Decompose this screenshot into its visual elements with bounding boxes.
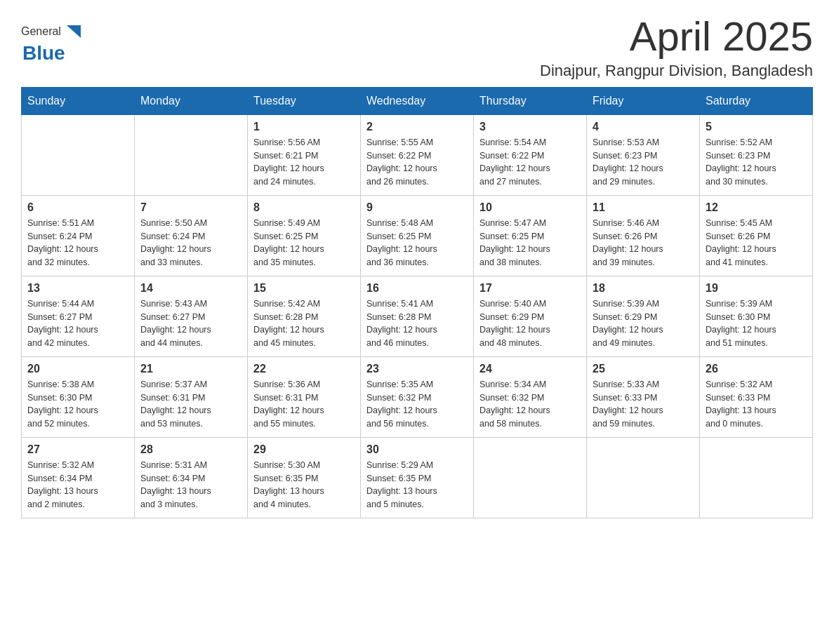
- header-friday: Friday: [587, 87, 700, 114]
- day-number: 29: [253, 443, 355, 456]
- day-info: Sunrise: 5:48 AMSunset: 6:25 PMDaylight:…: [366, 217, 468, 269]
- day-number: 7: [140, 201, 241, 214]
- calendar-cell: 21Sunrise: 5:37 AMSunset: 6:31 PMDayligh…: [135, 356, 248, 437]
- day-number: 18: [593, 282, 694, 295]
- header-sunday: Sunday: [22, 87, 135, 114]
- day-number: 12: [706, 201, 807, 214]
- calendar-cell: 24Sunrise: 5:34 AMSunset: 6:32 PMDayligh…: [474, 356, 587, 437]
- calendar-cell: 3Sunrise: 5:54 AMSunset: 6:22 PMDaylight…: [474, 114, 587, 195]
- day-number: 24: [479, 363, 581, 375]
- calendar-cell: 18Sunrise: 5:39 AMSunset: 6:29 PMDayligh…: [587, 276, 700, 356]
- calendar-cell: 2Sunrise: 5:55 AMSunset: 6:22 PMDaylight…: [361, 114, 474, 195]
- calendar-cell: [587, 437, 700, 518]
- day-number: 15: [253, 282, 355, 295]
- day-info: Sunrise: 5:33 AMSunset: 6:33 PMDaylight:…: [593, 378, 694, 431]
- day-info: Sunrise: 5:47 AMSunset: 6:25 PMDaylight:…: [479, 217, 581, 269]
- month-title: April 2025: [540, 14, 813, 59]
- logo-triangle-icon: [64, 22, 84, 42]
- day-info: Sunrise: 5:55 AMSunset: 6:22 PMDaylight:…: [366, 136, 468, 189]
- day-number: 26: [706, 363, 807, 375]
- calendar-cell: 13Sunrise: 5:44 AMSunset: 6:27 PMDayligh…: [22, 276, 135, 356]
- day-info: Sunrise: 5:43 AMSunset: 6:27 PMDaylight:…: [140, 297, 241, 350]
- day-info: Sunrise: 5:36 AMSunset: 6:31 PMDaylight:…: [253, 378, 355, 431]
- calendar-cell: 29Sunrise: 5:30 AMSunset: 6:35 PMDayligh…: [248, 437, 361, 518]
- day-number: 14: [140, 282, 241, 295]
- location-title: Dinajpur, Rangpur Division, Bangladesh: [540, 62, 813, 80]
- svg-marker-0: [67, 25, 81, 38]
- header-tuesday: Tuesday: [248, 87, 361, 114]
- calendar-cell: [22, 114, 135, 195]
- day-info: Sunrise: 5:31 AMSunset: 6:34 PMDaylight:…: [140, 459, 241, 511]
- day-number: 20: [27, 363, 128, 375]
- logo: General Blue: [21, 21, 84, 65]
- calendar-cell: 6Sunrise: 5:51 AMSunset: 6:24 PMDaylight…: [22, 195, 135, 276]
- day-info: Sunrise: 5:44 AMSunset: 6:27 PMDaylight:…: [27, 297, 128, 350]
- day-number: 6: [27, 201, 128, 214]
- day-number: 10: [479, 201, 581, 214]
- day-number: 13: [27, 282, 128, 295]
- day-info: Sunrise: 5:53 AMSunset: 6:23 PMDaylight:…: [593, 136, 694, 189]
- week-row-1: 1Sunrise: 5:56 AMSunset: 6:21 PMDaylight…: [22, 114, 813, 195]
- header-wednesday: Wednesday: [361, 87, 474, 114]
- logo-general-text: General: [21, 25, 61, 38]
- day-number: 2: [366, 121, 468, 133]
- day-info: Sunrise: 5:54 AMSunset: 6:22 PMDaylight:…: [479, 136, 581, 189]
- day-number: 9: [366, 201, 468, 214]
- calendar-cell: 1Sunrise: 5:56 AMSunset: 6:21 PMDaylight…: [248, 114, 361, 195]
- header-monday: Monday: [135, 87, 248, 114]
- logo-blue-text: Blue: [22, 42, 65, 64]
- day-info: Sunrise: 5:37 AMSunset: 6:31 PMDaylight:…: [140, 378, 241, 431]
- title-section: April 2025 Dinajpur, Rangpur Division, B…: [540, 14, 813, 80]
- calendar-cell: 17Sunrise: 5:40 AMSunset: 6:29 PMDayligh…: [474, 276, 587, 356]
- day-info: Sunrise: 5:56 AMSunset: 6:21 PMDaylight:…: [253, 136, 355, 189]
- week-row-2: 6Sunrise: 5:51 AMSunset: 6:24 PMDaylight…: [22, 195, 813, 276]
- day-number: 16: [366, 282, 468, 295]
- day-info: Sunrise: 5:41 AMSunset: 6:28 PMDaylight:…: [366, 297, 468, 350]
- day-info: Sunrise: 5:34 AMSunset: 6:32 PMDaylight:…: [479, 378, 581, 431]
- calendar-cell: 26Sunrise: 5:32 AMSunset: 6:33 PMDayligh…: [700, 356, 813, 437]
- day-number: 27: [27, 443, 128, 456]
- calendar-cell: 11Sunrise: 5:46 AMSunset: 6:26 PMDayligh…: [587, 195, 700, 276]
- calendar-cell: [135, 114, 248, 195]
- day-number: 11: [593, 201, 694, 214]
- day-info: Sunrise: 5:39 AMSunset: 6:29 PMDaylight:…: [593, 297, 694, 350]
- day-number: 25: [593, 363, 694, 375]
- day-info: Sunrise: 5:51 AMSunset: 6:24 PMDaylight:…: [27, 217, 128, 269]
- day-number: 4: [593, 121, 694, 133]
- day-info: Sunrise: 5:38 AMSunset: 6:30 PMDaylight:…: [27, 378, 128, 431]
- day-info: Sunrise: 5:52 AMSunset: 6:23 PMDaylight:…: [706, 136, 807, 189]
- calendar-cell: 20Sunrise: 5:38 AMSunset: 6:30 PMDayligh…: [22, 356, 135, 437]
- day-number: 1: [253, 121, 355, 133]
- week-row-4: 20Sunrise: 5:38 AMSunset: 6:30 PMDayligh…: [22, 356, 813, 437]
- header-saturday: Saturday: [700, 87, 813, 114]
- page-header: General Blue April 2025 Dinajpur, Rangpu…: [21, 14, 813, 80]
- day-info: Sunrise: 5:45 AMSunset: 6:26 PMDaylight:…: [706, 217, 807, 269]
- calendar-cell: 7Sunrise: 5:50 AMSunset: 6:24 PMDaylight…: [135, 195, 248, 276]
- calendar-cell: 5Sunrise: 5:52 AMSunset: 6:23 PMDaylight…: [700, 114, 813, 195]
- header-thursday: Thursday: [474, 87, 587, 114]
- day-info: Sunrise: 5:29 AMSunset: 6:35 PMDaylight:…: [366, 459, 468, 511]
- calendar-cell: [474, 437, 587, 518]
- calendar-cell: 9Sunrise: 5:48 AMSunset: 6:25 PMDaylight…: [361, 195, 474, 276]
- calendar-cell: 23Sunrise: 5:35 AMSunset: 6:32 PMDayligh…: [361, 356, 474, 437]
- calendar-table: SundayMondayTuesdayWednesdayThursdayFrid…: [21, 87, 813, 518]
- calendar-cell: 10Sunrise: 5:47 AMSunset: 6:25 PMDayligh…: [474, 195, 587, 276]
- calendar-header-row: SundayMondayTuesdayWednesdayThursdayFrid…: [22, 87, 813, 114]
- calendar-cell: 16Sunrise: 5:41 AMSunset: 6:28 PMDayligh…: [361, 276, 474, 356]
- day-info: Sunrise: 5:46 AMSunset: 6:26 PMDaylight:…: [593, 217, 694, 269]
- calendar-cell: 25Sunrise: 5:33 AMSunset: 6:33 PMDayligh…: [587, 356, 700, 437]
- calendar-cell: 4Sunrise: 5:53 AMSunset: 6:23 PMDaylight…: [587, 114, 700, 195]
- day-info: Sunrise: 5:32 AMSunset: 6:34 PMDaylight:…: [27, 459, 128, 511]
- day-info: Sunrise: 5:30 AMSunset: 6:35 PMDaylight:…: [253, 459, 355, 511]
- day-info: Sunrise: 5:32 AMSunset: 6:33 PMDaylight:…: [706, 378, 807, 431]
- calendar-cell: 12Sunrise: 5:45 AMSunset: 6:26 PMDayligh…: [700, 195, 813, 276]
- day-number: 23: [366, 363, 468, 375]
- day-number: 17: [479, 282, 581, 295]
- day-info: Sunrise: 5:42 AMSunset: 6:28 PMDaylight:…: [253, 297, 355, 350]
- calendar-cell: 19Sunrise: 5:39 AMSunset: 6:30 PMDayligh…: [700, 276, 813, 356]
- day-number: 22: [253, 363, 355, 375]
- calendar-cell: 8Sunrise: 5:49 AMSunset: 6:25 PMDaylight…: [248, 195, 361, 276]
- day-number: 8: [253, 201, 355, 214]
- calendar-cell: 28Sunrise: 5:31 AMSunset: 6:34 PMDayligh…: [135, 437, 248, 518]
- day-info: Sunrise: 5:40 AMSunset: 6:29 PMDaylight:…: [479, 297, 581, 350]
